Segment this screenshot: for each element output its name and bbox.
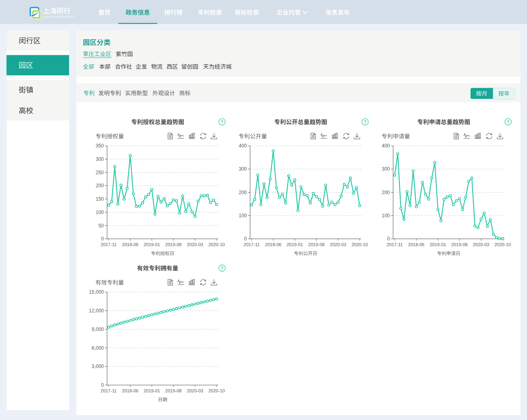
svg-text:?: ? <box>221 266 223 271</box>
svg-text:100: 100 <box>382 213 390 219</box>
svg-text:2020-10: 2020-10 <box>351 242 368 247</box>
svg-text:50: 50 <box>98 223 104 229</box>
svg-text:?: ? <box>221 119 223 124</box>
svg-text:0: 0 <box>101 382 104 388</box>
svg-text:2019-08: 2019-08 <box>165 242 182 247</box>
svg-text:2019-08: 2019-08 <box>165 388 182 393</box>
svg-text:3,000: 3,000 <box>91 364 104 369</box>
svg-text:400: 400 <box>382 143 390 149</box>
svg-text:15,000: 15,000 <box>89 289 104 295</box>
svg-text:12,000: 12,000 <box>89 308 104 314</box>
svg-text:0: 0 <box>101 236 104 242</box>
svg-text:2018-06: 2018-06 <box>265 242 281 247</box>
svg-text:2018-06: 2018-06 <box>122 242 138 247</box>
svg-text:400: 400 <box>239 143 247 149</box>
svg-text:0: 0 <box>244 236 247 242</box>
svg-text:2020-10: 2020-10 <box>208 388 225 393</box>
svg-text:2019-01: 2019-01 <box>144 388 160 393</box>
svg-text:200: 200 <box>239 190 247 195</box>
svg-text:2020-10: 2020-10 <box>494 242 511 247</box>
svg-text:6,000: 6,000 <box>91 345 104 351</box>
svg-text:100: 100 <box>95 210 104 215</box>
svg-text:SHANGHAIMINHANG: SHANGHAIMINHANG <box>43 15 75 19</box>
svg-text:2019-08: 2019-08 <box>451 242 468 247</box>
svg-text:300: 300 <box>382 166 390 172</box>
svg-text:2020-10: 2020-10 <box>208 242 225 247</box>
svg-text:350: 350 <box>95 143 104 149</box>
svg-text:2019-08: 2019-08 <box>308 242 325 247</box>
svg-text:300: 300 <box>239 166 247 172</box>
svg-text:2020-03: 2020-03 <box>187 388 203 393</box>
svg-text:2017-11: 2017-11 <box>244 242 260 247</box>
svg-text:?: ? <box>364 119 366 124</box>
svg-text:200: 200 <box>95 183 104 188</box>
svg-text:300: 300 <box>95 156 104 162</box>
svg-text:250: 250 <box>95 170 104 175</box>
svg-text:2020-03: 2020-03 <box>473 242 489 247</box>
svg-text:2019-01: 2019-01 <box>287 242 303 247</box>
svg-text:2017-11: 2017-11 <box>101 388 117 393</box>
svg-text:2017-11: 2017-11 <box>101 242 117 247</box>
svg-text:150: 150 <box>95 196 104 202</box>
svg-text:2017-11: 2017-11 <box>387 242 403 247</box>
svg-text:0: 0 <box>387 236 390 242</box>
svg-text:?: ? <box>507 119 509 124</box>
svg-text:200: 200 <box>382 190 390 195</box>
svg-text:2018-06: 2018-06 <box>122 388 138 393</box>
svg-text:2018-06: 2018-06 <box>408 242 424 247</box>
svg-text:100: 100 <box>239 213 247 219</box>
svg-text:9,000: 9,000 <box>91 327 104 332</box>
svg-text:2020-03: 2020-03 <box>187 242 203 247</box>
svg-text:2019-01: 2019-01 <box>144 242 160 247</box>
svg-text:2019-01: 2019-01 <box>430 242 446 247</box>
svg-text:2020-03: 2020-03 <box>330 242 346 247</box>
